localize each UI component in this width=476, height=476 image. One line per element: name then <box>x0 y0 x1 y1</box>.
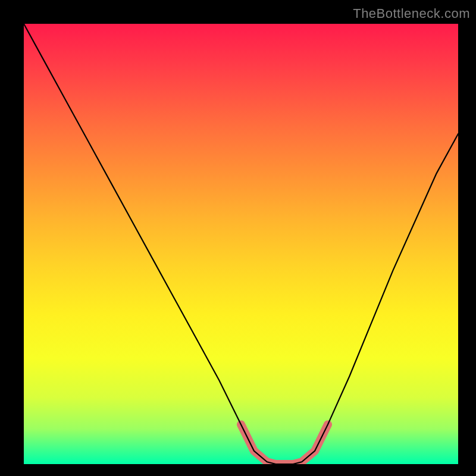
trough-highlight-path <box>241 424 328 464</box>
attribution-label: TheBottleneck.com <box>353 6 470 21</box>
chart-frame: TheBottleneck.com <box>0 0 476 476</box>
curve-layer <box>24 24 458 464</box>
plot-area <box>24 24 458 464</box>
bottleneck-curve-path <box>24 24 458 464</box>
